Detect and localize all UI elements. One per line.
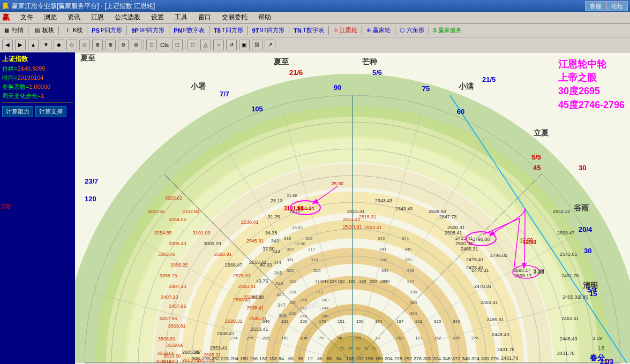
menu-gann[interactable]: 江恩: [89, 12, 106, 23]
zoom-out2[interactable]: ⊖: [131, 40, 141, 50]
tool-diamond[interactable]: ◆: [54, 40, 64, 50]
svg-text:320: 320: [434, 319, 441, 324]
svg-text:3457.96: 3457.96: [169, 304, 186, 309]
zoom-in2[interactable]: ⊕: [105, 40, 116, 50]
shape-triangle[interactable]: △: [200, 40, 211, 50]
svg-text:18.75: 18.75: [289, 209, 301, 214]
menu-window[interactable]: 窗口: [196, 12, 213, 23]
svg-text:169: 169: [348, 279, 356, 284]
shape-cross[interactable]: ☒: [252, 40, 262, 50]
svg-text:347: 347: [276, 292, 284, 297]
tb-9p-square[interactable]: 9P 9P四方形: [131, 26, 164, 34]
tb-winner-service[interactable]: $ 赢家服务: [433, 26, 462, 34]
zoom-in1[interactable]: ⊕: [92, 40, 103, 50]
customer-service-btn[interactable]: 客服: [585, 1, 606, 11]
shape-rotate[interactable]: ↺: [226, 40, 237, 50]
svg-text:2433.41: 2433.41: [455, 236, 473, 241]
svg-text:2553.41: 2553.41: [249, 260, 267, 265]
svg-text:225: 225: [453, 336, 460, 340]
menu-tools[interactable]: 工具: [172, 12, 190, 23]
calc-support-btn[interactable]: 计算支撑: [35, 106, 66, 117]
time-value: 20190104: [17, 74, 43, 81]
menu-file[interactable]: 文件: [18, 12, 35, 23]
svg-text:153: 153: [281, 336, 289, 340]
tb-gann-wheel[interactable]: ⊙ 江恩轮: [333, 26, 357, 34]
svg-text:芒种: 芒种: [362, 57, 377, 66]
svg-text:2538.41: 2538.41: [241, 219, 259, 225]
svg-text:321: 321: [287, 257, 294, 262]
tool-diamond3[interactable]: ◇: [79, 40, 90, 50]
sep11: [395, 26, 395, 35]
tb-hexagon[interactable]: ⬡ 六角形: [400, 26, 424, 34]
tb-tn-table[interactable]: TN T数字表: [294, 26, 324, 34]
menu-formula[interactable]: 公式选股: [112, 12, 142, 23]
chart-area[interactable]: 赢家财经网 www.yingjiacj.com: [75, 52, 630, 364]
tb-ps-square[interactable]: PS P四方形: [92, 26, 122, 34]
tool-rect[interactable]: □: [146, 40, 157, 50]
tb-pn-table[interactable]: PN P数字表: [174, 26, 205, 34]
svg-text:60: 60: [288, 356, 294, 361]
svg-text:317: 317: [308, 247, 316, 252]
shape-circle[interactable]: ○: [213, 40, 224, 50]
kline-icon: ⌇: [63, 26, 72, 35]
menu-trade[interactable]: 交易委托: [220, 12, 250, 23]
svg-text:156: 156: [250, 356, 258, 361]
svg-text:谷雨: 谷雨: [574, 203, 589, 212]
svg-text:3508.81: 3508.81: [168, 323, 186, 329]
nav-prev[interactable]: ◀: [2, 40, 13, 50]
svg-text:348: 348: [442, 356, 451, 361]
tool-cls[interactable]: □: [172, 40, 183, 50]
svg-text:84: 84: [279, 356, 284, 361]
svg-text:103: 103: [396, 336, 404, 340]
shape-rect[interactable]: □: [188, 40, 198, 50]
tool-diamond2[interactable]: ◇: [66, 40, 77, 50]
svg-text:348: 348: [462, 356, 470, 361]
svg-text:336: 336: [410, 290, 417, 294]
menu-settings[interactable]: 设置: [149, 12, 166, 23]
forum-btn[interactable]: 论坛: [606, 1, 628, 11]
calc-resistance-btn[interactable]: 计算阻力: [2, 106, 33, 117]
svg-text:3457.96: 3457.96: [160, 316, 177, 321]
svg-text:344: 344: [273, 260, 281, 265]
svg-text:275: 275: [246, 336, 254, 340]
menu-browse[interactable]: 浏览: [42, 12, 59, 23]
titlebar-title: 赢家江恩专业版[赢家服务平台] - [上证指数 江恩轮]: [12, 2, 585, 11]
svg-text:2485.31: 2485.31: [461, 246, 478, 252]
sep1: [28, 26, 28, 35]
nav-down[interactable]: ▼: [41, 40, 51, 50]
tb-t8-square[interactable]: T8 T四方形: [214, 26, 243, 34]
svg-text:204: 204: [385, 356, 393, 361]
menu-help[interactable]: 帮助: [256, 12, 273, 23]
stock-title: 上证指数: [2, 55, 73, 64]
svg-text:5/5: 5/5: [531, 153, 541, 161]
sep: [144, 40, 144, 50]
svg-text:244: 244: [321, 306, 329, 310]
svg-text:3.19: 3.19: [592, 336, 602, 341]
menu-logo: 赢: [2, 13, 10, 22]
tb-kline[interactable]: ⌇K线: [63, 26, 82, 35]
shape-arrow[interactable]: ↗: [265, 40, 275, 50]
svg-text:104: 104: [300, 336, 308, 340]
menu-news[interactable]: 资讯: [65, 12, 82, 23]
svg-text:337: 337: [407, 279, 415, 284]
svg-text:300: 300: [481, 356, 489, 361]
svg-text:338: 338: [382, 279, 390, 284]
tb-quotes[interactable]: ▦行情: [2, 26, 24, 35]
svg-text:150: 150: [356, 319, 364, 324]
shape-grid[interactable]: ▣: [239, 40, 250, 50]
svg-text:220: 220: [370, 279, 377, 284]
toolbar2: ◀ ▶ ▲ ▼ ◆ ◇ ◇ ⊕ ⊕ ⊖ ⊖ □ Cls □ □ △ ○ ↺ ▣ …: [0, 37, 630, 52]
tb-winner-wheel[interactable]: ⊕ 赢家轮: [366, 26, 391, 34]
time-row: 时间=20190104: [2, 74, 73, 82]
tb-sector[interactable]: ▤板块: [33, 26, 54, 35]
nav-next[interactable]: ▶: [15, 40, 26, 50]
quotes-icon: ▦: [2, 26, 11, 35]
svg-text:348: 348: [279, 313, 287, 318]
svg-text:2545.31: 2545.31: [246, 238, 264, 244]
svg-text:2695.17: 2695.17: [513, 268, 531, 273]
zoom-out1[interactable]: ⊖: [118, 40, 129, 50]
nav-up[interactable]: ▲: [28, 40, 39, 50]
tb-9t-square[interactable]: 9T 9T四方形: [252, 26, 285, 34]
svg-text:夏至: 夏至: [274, 57, 289, 66]
step-row: 周天变化步长=1: [2, 92, 73, 100]
